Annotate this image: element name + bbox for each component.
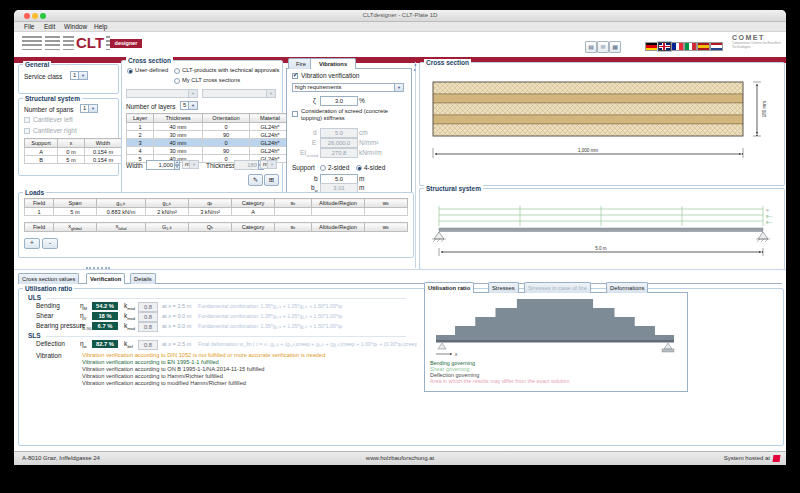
cell: 4 xyxy=(127,147,154,155)
kmod-value: 0.8 xyxy=(138,322,158,332)
cross-section-group-title: Cross section xyxy=(126,57,173,65)
menu-file[interactable]: File xyxy=(24,23,34,30)
cross-section-drawing: 1,000 mm 180 mm xyxy=(425,68,777,180)
cell[interactable] xyxy=(365,208,408,216)
uk-flag[interactable] xyxy=(658,42,671,51)
bw-unit: m xyxy=(359,184,364,191)
e-input[interactable]: 26,000.0 xyxy=(320,138,358,148)
app-header: CLT designer ▤ ✉ ▦ COMET Competence Cent… xyxy=(14,32,786,57)
german-flag[interactable] xyxy=(645,42,658,51)
load-row[interactable]: 1 5 m 0.883 kN/m 2 kN/m² 3 kN/m² A xyxy=(25,208,408,216)
support-4-sided-radio[interactable] xyxy=(356,165,362,171)
image-icon[interactable]: ▦ xyxy=(609,41,621,53)
spans-label: Number of spans xyxy=(24,106,74,113)
spans-select[interactable]: 1 ▼ xyxy=(80,104,98,113)
menu-window[interactable]: Window xyxy=(64,23,87,30)
remove-load-button[interactable]: - xyxy=(42,238,58,249)
cell[interactable] xyxy=(312,208,365,216)
width-input[interactable]: 1,000 xyxy=(146,160,176,170)
comment-icon[interactable]: ✉ xyxy=(597,41,609,53)
french-flag[interactable] xyxy=(671,42,684,51)
kmod-value: 0.8 xyxy=(138,302,158,312)
vibration-result-hamm: Vibration verification according to Hamm… xyxy=(82,373,223,379)
tab-utilisation-ratio[interactable]: Utilisation ratio xyxy=(424,282,474,293)
report-icon[interactable]: ▤ xyxy=(585,41,597,53)
menu-edit[interactable]: Edit xyxy=(44,23,55,30)
table-row[interactable]: A 0 m 0.154 m xyxy=(25,148,122,156)
table-row[interactable]: B 5 m 0.154 m xyxy=(25,156,122,164)
support-2-sided-radio[interactable] xyxy=(320,165,326,171)
dutch-flag[interactable] xyxy=(710,42,723,51)
menu-help[interactable]: Help xyxy=(94,23,107,30)
cell[interactable] xyxy=(275,208,312,216)
tab-stresses[interactable]: Stresses xyxy=(488,282,519,293)
tab-details[interactable]: Details xyxy=(130,273,156,284)
tab-stresses-fire[interactable]: Stresses in case of fire xyxy=(524,282,591,293)
status-website[interactable]: www.holzbauforschung.at xyxy=(14,455,786,461)
cell[interactable]: 3 kN/m² xyxy=(189,208,232,216)
cantilever-right-checkbox[interactable] xyxy=(24,128,30,134)
logo-gap xyxy=(42,36,45,53)
service-class-select[interactable]: 1 ▼ xyxy=(70,71,88,80)
splitter-collapse-icon[interactable]: ◂▸ xyxy=(411,63,419,72)
cell: 40 mm xyxy=(154,139,203,147)
cantilever-left-checkbox[interactable] xyxy=(24,117,30,123)
load-g1-label: g₁,ₖ xyxy=(766,213,773,218)
layers-select[interactable]: 5 ▼ xyxy=(180,101,198,110)
shear-utilisation-badge: 18 % xyxy=(92,312,118,320)
cell: 0.154 m xyxy=(85,148,122,156)
tab-verification[interactable]: Verification xyxy=(86,273,125,284)
cell[interactable]: 2 kN/m² xyxy=(146,208,189,216)
italian-flag[interactable] xyxy=(684,42,697,51)
splitter-handle[interactable] xyxy=(86,267,110,269)
monitor-icon[interactable]: ⊞ xyxy=(264,174,279,186)
copy-icon[interactable]: ✎ xyxy=(248,174,263,186)
tab-cross-section-values[interactable]: Cross section values xyxy=(18,273,79,284)
width-unit-select[interactable]: mm ▼ xyxy=(182,160,199,169)
cell[interactable]: 1 xyxy=(25,208,54,216)
status-bar: A-8010 Graz, Inffeldgasse 24 www.holzbau… xyxy=(14,451,786,465)
cell: GL24h* xyxy=(250,147,291,155)
chevron-down-icon: ▼ xyxy=(267,161,276,168)
vertical-splitter[interactable] xyxy=(415,62,416,268)
thickness-input[interactable]: 180 xyxy=(234,160,260,170)
ei-screed-input[interactable]: 270.8 xyxy=(320,148,358,158)
clt-logo-designer: designer xyxy=(110,39,142,48)
bending-position: at x = 2.5 m xyxy=(162,303,191,309)
vibration-result-din: Vibration verification according to DIN … xyxy=(82,352,325,358)
cell[interactable]: A xyxy=(232,208,275,216)
d-input[interactable]: 5.0 xyxy=(320,128,358,138)
my-cross-sections-radio[interactable] xyxy=(174,78,180,84)
layer-row-selected[interactable]: 3 40 mm 0 GL24h* xyxy=(127,139,291,147)
tab-deformations[interactable]: Deformations xyxy=(606,282,648,293)
zeta-input[interactable]: 3.0 xyxy=(320,96,358,106)
vibration-result-onb: Vibration verification according to ON B… xyxy=(82,366,265,372)
layer-row[interactable]: 1 40 mm 0 GL24h* xyxy=(127,123,291,131)
spanish-flag[interactable] xyxy=(697,42,710,51)
product-select-2[interactable]: ▼ xyxy=(202,89,276,98)
zeta-unit: % xyxy=(359,97,365,104)
vibration-result-en: Vibration verification according to EN 1… xyxy=(82,359,219,365)
layer-row[interactable]: 4 30 mm 90 GL24h* xyxy=(127,147,291,155)
vibration-verification-checkbox[interactable] xyxy=(292,73,298,79)
layer-row[interactable]: 2 30 mm 90 GL24h* xyxy=(127,131,291,139)
col-header: Orientation xyxy=(203,114,250,123)
width-stepper[interactable]: ▲▼ xyxy=(174,160,180,170)
horizontal-splitter[interactable] xyxy=(14,269,786,270)
logo-gap xyxy=(60,36,63,53)
requirements-select[interactable]: high requirements ▼ xyxy=(292,83,404,92)
layers-table: Layer Thickness Orientation Material 1 4… xyxy=(126,113,291,163)
col-header: Support xyxy=(25,139,58,148)
loads-table-2: Field xglobal xlokal G₁,ₖ Qₖ Category sₖ… xyxy=(24,222,408,232)
cell: 30 mm xyxy=(154,147,203,155)
cell[interactable]: 5 m xyxy=(54,208,97,216)
screed-checkbox[interactable] xyxy=(292,111,298,117)
cell[interactable]: 0.883 kN/m xyxy=(97,208,146,216)
product-select-1[interactable]: ▼ xyxy=(126,89,198,98)
tab-vibrations[interactable]: Vibrations xyxy=(310,58,356,69)
add-load-button[interactable]: + xyxy=(24,238,40,249)
user-defined-radio[interactable] xyxy=(127,68,133,74)
thickness-unit-select[interactable]: mm ▼ xyxy=(260,160,277,169)
clt-products-radio[interactable] xyxy=(174,68,180,74)
col-header: Category xyxy=(232,223,275,232)
